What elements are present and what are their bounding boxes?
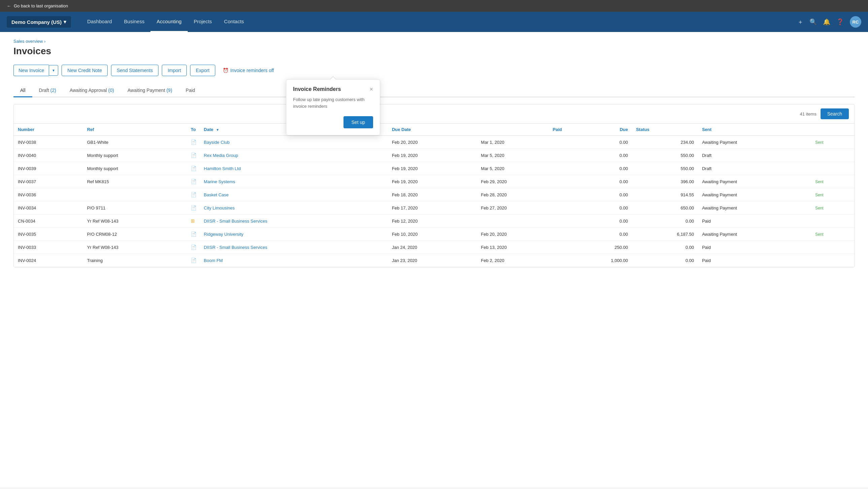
cell-doc-icon: 📄	[187, 162, 200, 175]
invoice-icon: 📄	[191, 179, 196, 184]
col-due-date[interactable]: Due Date	[388, 123, 477, 136]
table-row[interactable]: INV-0040 Monthly support 📄 Rex Media Gro…	[14, 149, 854, 162]
nav-right: ＋ 🔍 🔔 ❓ RC	[797, 16, 861, 28]
cell-due-date	[477, 214, 566, 228]
cell-to[interactable]: Basket Case	[200, 188, 388, 201]
cell-to[interactable]: Marine Systems	[200, 175, 388, 188]
col-due[interactable]: Due	[566, 123, 632, 136]
table-row[interactable]: INV-0038 GB1-White 📄 Bayside Club Feb 20…	[14, 136, 854, 149]
cell-sent: Sent	[811, 201, 854, 214]
send-statements-button[interactable]: Send Statements	[111, 65, 158, 76]
nav-accounting[interactable]: Accounting	[150, 12, 187, 32]
invoice-icon: 📄	[191, 192, 196, 197]
credit-note-icon: ⊞	[191, 218, 195, 224]
cell-due-date: Feb 27, 2020	[477, 201, 566, 214]
cell-paid: 0.00	[566, 175, 632, 188]
toolbar: New Invoice ▾ New Credit Note Send State…	[13, 65, 855, 76]
table-row[interactable]: INV-0037 Ref MK815 📄 Marine Systems Feb …	[14, 175, 854, 188]
brand-selector[interactable]: Demo Company (US) ▾	[7, 16, 71, 28]
new-invoice-dropdown-button[interactable]: ▾	[49, 65, 58, 76]
add-icon[interactable]: ＋	[797, 18, 803, 26]
cell-paid: 0.00	[566, 149, 632, 162]
col-ref[interactable]: Ref	[83, 123, 187, 136]
cell-status: Draft	[698, 149, 811, 162]
export-button[interactable]: Export	[190, 65, 215, 76]
cell-paid: 0.00	[566, 201, 632, 214]
tab-paid[interactable]: Paid	[179, 84, 202, 97]
table-row[interactable]: INV-0024 Training 📄 Boom FM Jan 23, 2020…	[14, 254, 854, 267]
invoice-icon: 📄	[191, 139, 196, 145]
nav-links: Dashboard Business Accounting Projects C…	[81, 12, 797, 32]
cell-number: INV-0034	[14, 201, 83, 214]
import-button[interactable]: Import	[162, 65, 187, 76]
cell-number: INV-0033	[14, 241, 83, 254]
cell-number: INV-0039	[14, 162, 83, 175]
breadcrumb[interactable]: Sales overview ›	[13, 39, 855, 44]
cell-paid: 0.00	[566, 214, 632, 228]
table-header-bar: 41 items Search	[14, 105, 854, 123]
nav-contacts[interactable]: Contacts	[218, 12, 250, 32]
notifications-icon[interactable]: 🔔	[823, 18, 830, 26]
new-invoice-button[interactable]: New Invoice	[13, 65, 49, 76]
page-title: Invoices	[13, 46, 855, 57]
cell-to[interactable]: City Limousines	[200, 201, 388, 214]
cell-number: INV-0037	[14, 175, 83, 188]
tab-awaiting-payment[interactable]: Awaiting Payment (9)	[121, 84, 179, 97]
cell-due: 914.55	[632, 188, 698, 201]
cell-sent: Sent	[811, 136, 854, 149]
table-row[interactable]: INV-0036 📄 Basket Case Feb 18, 2020 Feb …	[14, 188, 854, 201]
nav-projects[interactable]: Projects	[188, 12, 218, 32]
table-row[interactable]: INV-0039 Monthly support 📄 Hamilton Smit…	[14, 162, 854, 175]
cell-ref: Yr Ref W08-143	[83, 214, 187, 228]
col-sent[interactable]: Sent	[698, 123, 811, 136]
table-row[interactable]: INV-0033 Yr Ref W08-143 📄 DIISR - Small …	[14, 241, 854, 254]
search-button[interactable]: Search	[820, 109, 849, 119]
cell-due-date: Mar 5, 2020	[477, 149, 566, 162]
table-row[interactable]: INV-0035 P/O CRM08-12 📄 Ridgeway Univers…	[14, 228, 854, 241]
help-icon[interactable]: ❓	[836, 18, 844, 26]
cell-sent	[811, 162, 854, 175]
avatar[interactable]: RC	[850, 16, 861, 28]
cell-status: Draft	[698, 162, 811, 175]
cell-to[interactable]: DIISR - Small Business Services	[200, 241, 388, 254]
invoices-table-area: 41 items Search Number Ref To Date ▼ Due…	[13, 104, 855, 267]
tab-draft[interactable]: Draft (2)	[32, 84, 63, 97]
cell-status: Paid	[698, 241, 811, 254]
col-paid[interactable]: Paid	[477, 123, 566, 136]
reminders-label: Invoice reminders off	[230, 68, 274, 73]
nav-business[interactable]: Business	[118, 12, 151, 32]
cell-paid: 1,000.00	[566, 254, 632, 267]
cell-to[interactable]: DIISR - Small Business Services	[200, 214, 388, 228]
table-row[interactable]: INV-0034 P/O 9711 📄 City Limousines Feb …	[14, 201, 854, 214]
search-icon[interactable]: 🔍	[809, 18, 817, 26]
go-back-link[interactable]: Go back to last organisation	[14, 3, 68, 8]
sent-label: Sent	[815, 206, 824, 210]
cell-to[interactable]: Bayside Club	[200, 136, 388, 149]
cell-number: CN-0034	[14, 214, 83, 228]
col-to[interactable]: To	[187, 123, 200, 136]
cell-due: 550.00	[632, 162, 698, 175]
cell-due: 0.00	[632, 241, 698, 254]
cell-date: Feb 19, 2020	[388, 162, 477, 175]
cell-due: 0.00	[632, 214, 698, 228]
popover-close-button[interactable]: ×	[369, 86, 373, 92]
cell-doc-icon: 📄	[187, 241, 200, 254]
nav-dashboard[interactable]: Dashboard	[81, 12, 118, 32]
tab-awaiting-approval[interactable]: Awaiting Approval (0)	[63, 84, 121, 97]
cell-to[interactable]: Hamilton Smith Ltd	[200, 162, 388, 175]
cell-doc-icon: 📄	[187, 136, 200, 149]
cell-paid: 0.00	[566, 136, 632, 149]
table-row[interactable]: CN-0034 Yr Ref W08-143 ⊞ DIISR - Small B…	[14, 214, 854, 228]
cell-ref: Training	[83, 254, 187, 267]
col-number[interactable]: Number	[14, 123, 83, 136]
cell-due-date: Feb 2, 2020	[477, 254, 566, 267]
cell-paid: 0.00	[566, 188, 632, 201]
col-status[interactable]: Status	[632, 123, 698, 136]
cell-to[interactable]: Boom FM	[200, 254, 388, 267]
popover-setup-button[interactable]: Set up	[343, 116, 373, 128]
cell-to[interactable]: Rex Media Group	[200, 149, 388, 162]
cell-to[interactable]: Ridgeway University	[200, 228, 388, 241]
tab-all[interactable]: All	[13, 84, 32, 97]
new-credit-note-button[interactable]: New Credit Note	[62, 65, 108, 76]
invoice-reminders-button[interactable]: ⏰ Invoice reminders off	[219, 65, 278, 76]
